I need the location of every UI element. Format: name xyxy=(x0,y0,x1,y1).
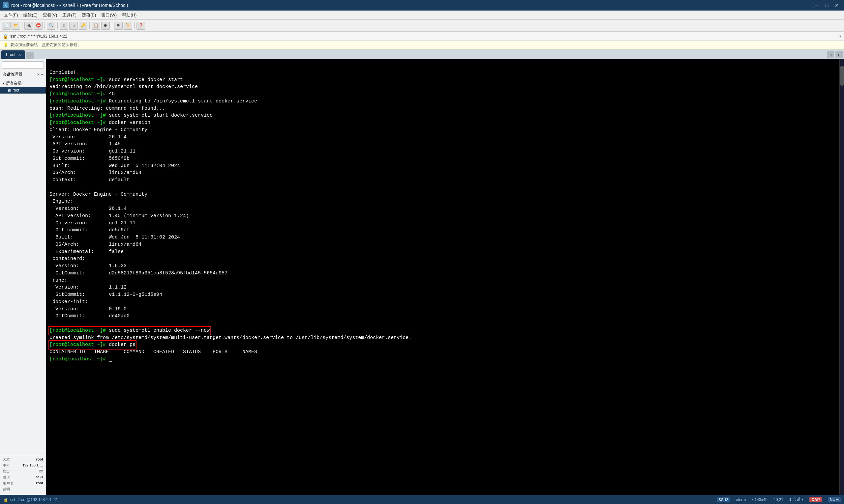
info-label-name: 名称 xyxy=(3,457,10,462)
info-label-host: 主机 xyxy=(3,463,10,468)
close-button[interactable]: ✕ xyxy=(832,1,841,10)
tree-group-header-all[interactable]: ▾ 所有会话 xyxy=(0,79,46,87)
tb-key[interactable]: 🔑 xyxy=(79,22,87,30)
sidebar-sessions-header[interactable]: 会话管理器 ✕ ✦ xyxy=(0,71,46,79)
address-icon: 🔒 xyxy=(3,34,8,39)
sidebar-search-input[interactable] xyxy=(2,61,44,69)
tb-sep2 xyxy=(45,22,45,29)
tb-search[interactable]: 🔍 xyxy=(47,22,55,30)
tree-group-all: ▾ 所有会话 🖥 root xyxy=(0,79,46,94)
tb-help[interactable]: ❓ xyxy=(137,22,145,30)
tb-sep3 xyxy=(57,22,58,29)
active-tab[interactable]: 1 root ✕ xyxy=(1,50,25,59)
menu-edit[interactable]: 编辑(E) xyxy=(21,11,40,19)
terminal-area[interactable]: Complete! [root@localhost ~]# sudo servi… xyxy=(46,59,839,495)
minimize-button[interactable]: — xyxy=(812,1,822,10)
status-address: ssh://root@192.168.1.4:22 xyxy=(10,498,57,502)
tab-add-button[interactable]: + xyxy=(27,52,34,59)
info-value-protocol: SSH xyxy=(36,475,43,480)
info-value-name: root xyxy=(36,457,43,462)
info-value-port: 22 xyxy=(39,469,43,474)
tb-sep6 xyxy=(134,22,135,29)
sessions-value: 1 会话 ▾ xyxy=(789,497,804,502)
info-row-port: 端口 22 xyxy=(3,469,43,474)
statusbar-left: 🔒 ssh://root@192.168.1.4:22 xyxy=(3,498,57,502)
tree-group-label: 所有会话 xyxy=(6,80,22,86)
tb-open[interactable]: 📂 xyxy=(12,22,20,30)
session-icon: 🖥 xyxy=(7,88,11,93)
info-panel: 名称 root 主机 192.168.1.… 端口 22 协议 SSH 用户名 … xyxy=(0,455,46,495)
address-text: ssh://root:******@192.168.1.4:22 xyxy=(10,34,838,38)
info-label-protocol: 协议 xyxy=(3,475,10,480)
tabbar-right: ◂ ▸ xyxy=(827,51,843,59)
terminal-content: Complete! [root@localhost ~]# sudo servi… xyxy=(49,62,836,370)
status-line: 40,21 xyxy=(773,498,783,502)
menu-options[interactable]: 选项(B) xyxy=(79,11,99,19)
status-ssh: SSH2 xyxy=(717,498,730,502)
tb-disconnect[interactable]: ⛔ xyxy=(34,22,42,30)
sessions-label: 会话管理器 xyxy=(3,72,22,77)
menu-file[interactable]: 文件(F) xyxy=(1,11,21,19)
sidebar-search xyxy=(0,59,46,71)
info-value-user: root xyxy=(36,481,43,486)
window-title: root - root@localhost:~ - Xshell 7 (Free… xyxy=(11,3,128,8)
notif-text: 要添加当前会话，点击左侧的箭头按钮。 xyxy=(10,42,82,48)
scrollbar-thumb[interactable] xyxy=(840,66,844,86)
tb-log[interactable]: 📋 xyxy=(92,22,100,30)
num-badge: NUM xyxy=(828,497,841,502)
titlebar: X root - root@localhost:~ - Xshell 7 (Fr… xyxy=(0,0,844,11)
menu-view[interactable]: 查看(V) xyxy=(40,11,60,19)
tb-settings[interactable]: ⚙ xyxy=(60,22,68,30)
notification-bar: 💡 要添加当前会话，点击左侧的箭头按钮。 xyxy=(0,41,844,49)
size-value: 143x40 xyxy=(755,498,768,502)
address-arrow[interactable]: ▾ xyxy=(839,34,841,38)
scrollbar-right[interactable] xyxy=(839,59,844,495)
info-label-port: 端口 xyxy=(3,469,10,474)
tabbar-scroll-right[interactable]: ▸ xyxy=(836,51,843,58)
addressbar: 🔒 ssh://root:******@192.168.1.4:22 ▾ xyxy=(0,32,844,41)
info-label-user: 用户名 xyxy=(3,481,14,486)
tb-sep5 xyxy=(112,22,112,29)
folder-icon: ▾ xyxy=(3,81,5,86)
titlebar-buttons: — □ ✕ xyxy=(812,1,841,10)
tb-connect[interactable]: 🔌 xyxy=(24,22,33,30)
maximize-button[interactable]: □ xyxy=(822,1,831,10)
tab-close-button[interactable]: ✕ xyxy=(18,53,21,57)
menu-window[interactable]: 窗口(W) xyxy=(99,11,119,19)
menu-help[interactable]: 帮助(H) xyxy=(119,11,139,19)
tb-transfer[interactable]: ⇅ xyxy=(69,22,78,30)
sidebar: 会话管理器 ✕ ✦ ▾ 所有会话 🖥 root 名称 root 主 xyxy=(0,59,46,495)
tabbar: 1 root ✕ + ◂ ▸ xyxy=(0,49,844,59)
ssh-badge: SSH2 xyxy=(717,498,730,502)
tb-record[interactable]: ⏺ xyxy=(101,22,110,30)
notif-icon: 💡 xyxy=(3,43,8,48)
sessions-header-icon: ✕ ✦ xyxy=(37,73,43,76)
size-label: ▪ xyxy=(752,498,753,502)
app-icon: X xyxy=(3,2,8,8)
menubar: 文件(F) 编辑(E) 查看(V) 工具(T) 选项(B) 窗口(W) 帮助(H… xyxy=(0,11,844,20)
tree-item-root[interactable]: 🖥 root xyxy=(0,87,46,93)
titlebar-left: X root - root@localhost:~ - Xshell 7 (Fr… xyxy=(3,2,128,8)
toolbar: 📄 📂 🔌 ⛔ 🔍 ⚙ ⇅ 🔑 📋 ⏺ ⊞ 📜 ❓ xyxy=(0,20,844,32)
tab-label: 1 root xyxy=(5,52,16,57)
tabbar-scroll-left[interactable]: ◂ xyxy=(827,51,834,58)
status-sessions[interactable]: 1 会话 ▾ xyxy=(789,497,804,502)
info-row-protocol: 协议 SSH xyxy=(3,475,43,480)
status-term: xterm xyxy=(736,498,746,502)
tree-item-label: root xyxy=(13,88,19,93)
line-value: 40,21 xyxy=(773,498,783,502)
tb-script[interactable]: 📜 xyxy=(124,22,132,30)
tb-sep1 xyxy=(22,22,22,29)
info-value-host: 192.168.1.… xyxy=(22,463,43,468)
main-layout: 会话管理器 ✕ ✦ ▾ 所有会话 🖥 root 名称 root 主 xyxy=(0,59,844,495)
status-address-icon: 🔒 xyxy=(3,498,8,502)
menu-tools[interactable]: 工具(T) xyxy=(60,11,79,19)
status-size: ▪ 143x40 xyxy=(752,498,768,502)
tb-new[interactable]: 📄 xyxy=(2,22,11,30)
statusbar: 🔒 ssh://root@192.168.1.4:22 SSH2 xterm ▪… xyxy=(0,495,844,504)
info-row-host: 主机 192.168.1.… xyxy=(3,463,43,468)
cap-badge: CAP xyxy=(809,497,822,502)
info-label-desc: 说明 xyxy=(3,487,10,492)
tb-sep4 xyxy=(89,22,90,29)
tb-multi-exec[interactable]: ⊞ xyxy=(114,22,123,30)
